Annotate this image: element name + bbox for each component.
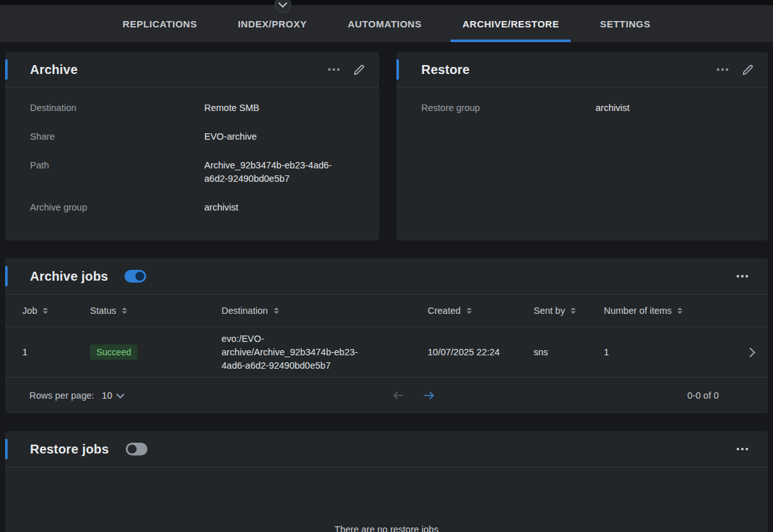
column-label: Status	[90, 306, 116, 316]
toggle-knob	[135, 272, 144, 281]
pagination-range: 0-0 of 0	[687, 390, 719, 401]
accent-bar	[5, 439, 8, 459]
sort-icon	[571, 307, 576, 314]
accent-bar	[5, 266, 8, 286]
cards-row: Archive Destination Remote SMB	[5, 52, 768, 240]
rows-per-page: Rows per page: 10	[29, 390, 123, 401]
column-label: Destination	[221, 306, 268, 316]
sort-icon	[43, 307, 48, 314]
archive-card-header: Archive	[5, 52, 379, 87]
column-label: Created	[428, 306, 461, 316]
ellipsis-icon	[328, 68, 340, 71]
chevron-right-icon	[745, 347, 755, 357]
tab-archive-restore[interactable]: ARCHIVE/RESTORE	[451, 5, 570, 42]
pencil-icon	[742, 64, 753, 75]
field-row-archive-group: Archive group archivist	[5, 193, 379, 222]
archive-more-button[interactable]	[325, 65, 343, 74]
restore-card-title: Restore	[421, 63, 470, 77]
tab-automations[interactable]: AUTOMATIONS	[336, 5, 433, 42]
field-value: archivist	[204, 201, 345, 214]
restore-edit-button[interactable]	[739, 61, 756, 78]
next-page-button[interactable]	[423, 389, 435, 402]
rows-per-page-select[interactable]: 10	[102, 390, 123, 401]
field-value: Archive_92b3474b-eb23-4ad6-a6d2-92490bd0…	[204, 159, 345, 186]
column-header-sent-by[interactable]: Sent by	[534, 306, 604, 316]
ellipsis-icon	[737, 275, 748, 277]
field-label: Archive group	[30, 201, 204, 214]
archive-jobs-more-button[interactable]	[733, 272, 751, 281]
row-open-button[interactable]	[744, 346, 757, 359]
archive-card-body: Destination Remote SMB Share EVO-archive…	[5, 87, 379, 222]
status-badge: Succeed	[90, 344, 137, 360]
field-value: archivist	[596, 101, 736, 115]
archive-jobs-pagination: Rows per page: 10 0-0 of 0	[5, 378, 768, 413]
table-row[interactable]: 1 Succeed evo:/EVO-archive/Archive_92b34…	[5, 327, 768, 378]
column-header-job[interactable]: Job	[5, 306, 90, 316]
archive-card-actions	[325, 61, 368, 78]
column-label: Sent by	[534, 306, 565, 316]
field-value: Remote SMB	[204, 101, 345, 115]
tab-list: REPLICATIONS INDEX/PROXY AUTOMATIONS ARC…	[0, 5, 773, 42]
rows-per-page-label: Rows per page:	[29, 390, 94, 401]
archive-edit-button[interactable]	[350, 61, 368, 78]
restore-card: Restore Restore group archivist	[396, 52, 768, 240]
column-label: Job	[22, 306, 37, 316]
column-header-number-of-items[interactable]: Number of items	[604, 306, 732, 316]
cell-row-open	[732, 346, 768, 359]
pencil-icon	[354, 64, 364, 75]
restore-card-actions	[714, 61, 756, 78]
arrow-left-icon	[392, 389, 405, 402]
ellipsis-icon	[717, 68, 728, 71]
archive-card-title: Archive	[30, 63, 78, 77]
chevron-down-icon	[116, 390, 124, 399]
field-row-destination: Destination Remote SMB	[5, 94, 379, 122]
toggle-knob	[128, 445, 137, 454]
archive-jobs-actions	[733, 272, 751, 281]
previous-page-button[interactable]	[392, 389, 405, 402]
cell-number-of-items: 1	[604, 347, 732, 357]
top-tab-bar: REPLICATIONS INDEX/PROXY AUTOMATIONS ARC…	[0, 0, 773, 42]
column-header-destination[interactable]: Destination	[221, 306, 428, 316]
field-label: Destination	[30, 101, 204, 115]
archive-jobs-header: Archive jobs	[5, 258, 768, 295]
restore-card-header: Restore	[396, 52, 768, 87]
accent-bar	[396, 59, 399, 80]
sort-icon	[122, 307, 127, 314]
chevron-down-icon	[278, 0, 287, 8]
cell-sent-by: sns	[534, 347, 604, 357]
field-label: Restore group	[421, 101, 596, 115]
restore-jobs-actions	[733, 445, 751, 454]
ellipsis-icon	[737, 448, 748, 450]
cell-status: Succeed	[90, 344, 221, 360]
pager	[392, 389, 435, 402]
tab-settings[interactable]: SETTINGS	[589, 5, 662, 42]
column-header-created[interactable]: Created	[428, 306, 534, 316]
tab-index-proxy[interactable]: INDEX/PROXY	[227, 5, 319, 42]
restore-jobs-panel: Restore jobs There are no restore jobs	[5, 431, 768, 532]
field-label: Share	[30, 130, 204, 144]
restore-jobs-toggle[interactable]	[126, 443, 147, 455]
field-row-path: Path Archive_92b3474b-eb23-4ad6-a6d2-924…	[5, 151, 379, 193]
archive-jobs-table-header: Job Status Destination Created Sent by N…	[5, 295, 768, 327]
page: REPLICATIONS INDEX/PROXY AUTOMATIONS ARC…	[0, 0, 773, 532]
sort-icon	[274, 307, 279, 314]
restore-more-button[interactable]	[714, 65, 732, 74]
arrow-right-icon	[423, 389, 435, 402]
sort-icon	[467, 307, 472, 314]
rows-per-page-value: 10	[102, 390, 112, 401]
cell-created: 10/07/2025 22:24	[428, 347, 534, 357]
restore-jobs-more-button[interactable]	[733, 445, 751, 454]
restore-jobs-title: Restore jobs	[30, 442, 109, 457]
field-label: Path	[30, 159, 204, 186]
accent-bar	[5, 59, 8, 80]
column-header-status[interactable]: Status	[90, 306, 221, 316]
restore-card-body: Restore group archivist	[396, 87, 768, 122]
sort-icon	[677, 307, 682, 314]
archive-jobs-toggle[interactable]	[124, 270, 146, 283]
tab-replications[interactable]: REPLICATIONS	[111, 5, 209, 42]
cell-destination: evo:/EVO-archive/Archive_92b3474b-eb23-4…	[221, 332, 428, 373]
archive-jobs-panel: Archive jobs Job Status Destination	[5, 258, 768, 413]
field-row-restore-group: Restore group archivist	[396, 94, 768, 122]
cell-job: 1	[5, 347, 90, 357]
restore-jobs-empty-message: There are no restore jobs	[5, 524, 768, 532]
